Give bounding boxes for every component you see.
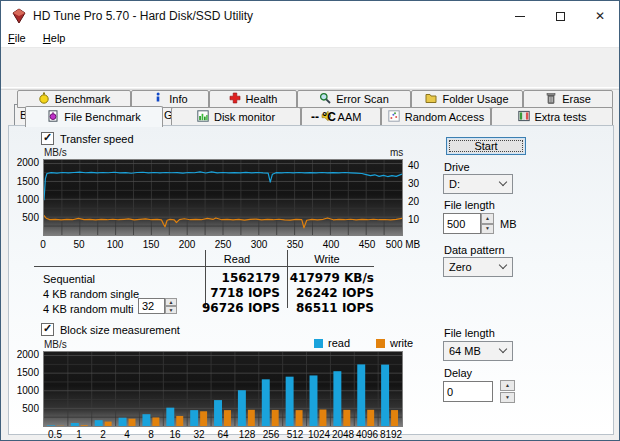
x-tick: 0.5	[48, 429, 62, 440]
block-size-label: Block size measurement	[60, 324, 180, 336]
x-tick: 250	[215, 239, 232, 250]
tab-label: Folder Usage	[442, 93, 508, 105]
y-tick: 1500	[9, 367, 39, 378]
stepper-down-icon[interactable]: ▼	[165, 306, 177, 314]
tab-extra-tests[interactable]: Extra tests	[491, 107, 613, 126]
legend-read-label: read	[328, 337, 350, 349]
block-size-checkbox[interactable]	[41, 323, 54, 336]
file-length-stepper[interactable]: ▲▼	[481, 213, 494, 234]
x-tick: 512	[287, 429, 304, 440]
transfer-y-left-unit: MB/s	[44, 147, 67, 158]
transfer-speed-checkbox[interactable]	[41, 132, 54, 145]
trash-icon	[545, 92, 557, 106]
close-button[interactable]	[581, 1, 619, 31]
block-file-length-combo[interactable]: 64 MB	[443, 341, 513, 361]
close-icon	[595, 9, 605, 23]
y-tick: 2000	[9, 157, 39, 168]
stepper-up-icon[interactable]: ▲	[165, 298, 177, 306]
x-tick: 1	[76, 429, 82, 440]
data-pattern-combo[interactable]: Zero	[443, 257, 513, 277]
stepper-down-icon[interactable]: ▼	[481, 224, 494, 235]
queue-depth-input[interactable]	[138, 298, 165, 314]
stepper-down-icon[interactable]: ▼	[500, 392, 515, 403]
transfer-x-axis: 050100150200250300350400450500 MB	[43, 239, 403, 251]
drive-combo[interactable]: D:	[443, 174, 513, 194]
tab-error-scan[interactable]: Error Scan	[297, 90, 411, 108]
y-tick: 10	[408, 214, 432, 225]
write-column-header: Write	[297, 253, 357, 265]
scatter-icon	[388, 110, 400, 124]
tab-label: Disk monitor	[214, 111, 275, 123]
x-tick: 16	[169, 429, 180, 440]
x-tick: 2048	[332, 429, 354, 440]
chevron-down-icon	[499, 261, 507, 269]
x-tick: 32	[193, 429, 204, 440]
app-icon	[11, 8, 27, 24]
x-tick: 350	[287, 239, 304, 250]
blocksize-x-axis: 0.512481632641282565121024204840968192	[43, 429, 403, 441]
x-tick: 8192	[380, 429, 402, 440]
maximize-button[interactable]	[541, 1, 579, 31]
x-tick: 200	[179, 239, 196, 250]
y-tick: 30	[408, 178, 432, 189]
random-single-read-value: 7718 IOPS	[181, 286, 280, 300]
y-tick: 500	[9, 403, 39, 414]
info-icon	[152, 92, 164, 106]
y-tick: 2000	[9, 349, 39, 360]
window-title: HD Tune Pro 5.70 - Hard Disk/SSD Utility	[33, 9, 253, 23]
stepper-up-icon[interactable]: ▲	[500, 380, 515, 391]
tab-label: Health	[246, 93, 278, 105]
tab-file-benchmark[interactable]: File Benchmark	[25, 106, 163, 127]
x-tick: 4	[124, 429, 130, 440]
minimize-icon	[515, 16, 525, 17]
y-tick: 1000	[9, 194, 39, 205]
delay-input[interactable]	[443, 381, 493, 402]
blocksize-y-unit: MB/s	[44, 339, 67, 350]
tab-random-access[interactable]: Random Access	[381, 107, 491, 126]
x-tick: 50	[73, 239, 84, 250]
x-tick: 128	[239, 429, 256, 440]
tab-label: Info	[169, 93, 187, 105]
tab-disk-monitor[interactable]: Disk monitor	[171, 107, 301, 126]
transfer-speed-label: Transfer speed	[60, 133, 134, 145]
drive-combo-value: D:	[449, 178, 460, 190]
start-button[interactable]: Start	[446, 137, 526, 155]
legend-write-label: write	[390, 337, 413, 349]
tab-label: Benchmark	[55, 93, 111, 105]
minimize-button[interactable]	[501, 1, 539, 31]
chevron-down-icon	[499, 345, 507, 353]
table-divider	[287, 250, 288, 308]
tab-health[interactable]: Health	[209, 90, 297, 108]
transfer-y-right-unit: ms	[390, 147, 403, 158]
menu-help[interactable]: Help	[36, 31, 73, 45]
data-pattern-label: Data pattern	[444, 244, 505, 256]
menu-file[interactable]: File	[1, 31, 33, 45]
title-bar: HD Tune Pro 5.70 - Hard Disk/SSD Utility	[1, 1, 619, 31]
folder-icon	[425, 92, 437, 106]
x-tick: 4096	[356, 429, 378, 440]
x-tick: 100	[107, 239, 124, 250]
tab-label: AAM	[338, 111, 362, 123]
toolbar: BIOSTAR M700-256GB (256 GB) -- °C	[1, 49, 619, 87]
stepper-up-icon[interactable]: ▲	[481, 213, 494, 224]
queue-depth-stepper[interactable]: ▲▼	[165, 298, 177, 314]
y-tick: 500	[9, 212, 39, 223]
table-header-rule	[34, 266, 374, 267]
x-tick: 256	[263, 429, 280, 440]
x-tick: 0	[40, 239, 46, 250]
delay-label: Delay	[444, 367, 472, 379]
disk-monitor-icon	[197, 110, 209, 124]
x-tick: 450	[359, 239, 376, 250]
data-pattern-value: Zero	[449, 261, 472, 273]
tab-folder-usage[interactable]: Folder Usage	[411, 90, 523, 108]
delay-stepper[interactable]: ▲▼	[500, 380, 515, 403]
random-multi-read-value: 96726 IOPS	[181, 301, 280, 315]
start-button-label: Start	[474, 140, 497, 152]
stopwatch-icon	[38, 92, 50, 106]
file-length-label: File length	[444, 199, 495, 211]
file-length-input[interactable]	[443, 213, 481, 234]
menu-bar: File Help	[1, 31, 619, 48]
tab-erase[interactable]: Erase	[523, 90, 613, 108]
chevron-down-icon	[499, 178, 507, 186]
row-label-random-single: 4 KB random single	[43, 288, 139, 300]
